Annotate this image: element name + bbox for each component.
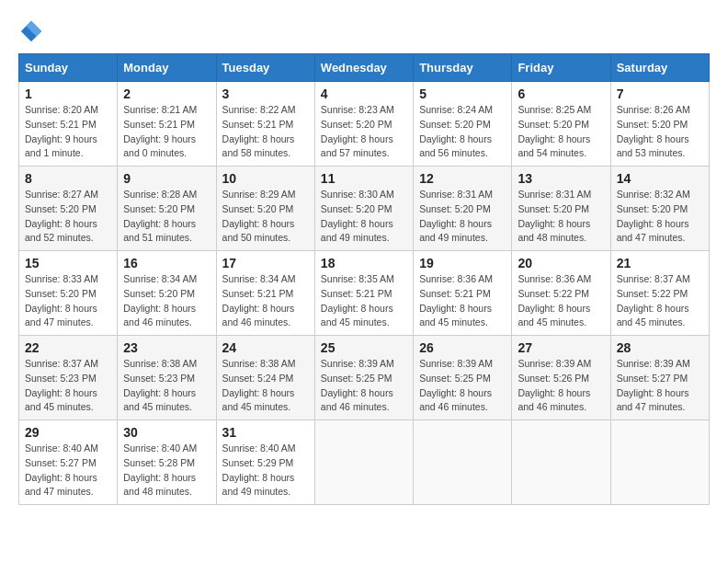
day-number: 29 [25,425,111,440]
day-number: 4 [321,86,407,101]
day-number: 28 [617,340,703,355]
calendar-cell: 13Sunrise: 8:31 AMSunset: 5:20 PMDayligh… [512,167,610,251]
weekday-header-tuesday: Tuesday [216,54,314,82]
calendar-header: SundayMondayTuesdayWednesdayThursdayFrid… [19,54,710,82]
calendar-cell: 12Sunrise: 8:31 AMSunset: 5:20 PMDayligh… [414,167,512,251]
weekday-header-friday: Friday [512,54,610,82]
calendar-cell: 21Sunrise: 8:37 AMSunset: 5:22 PMDayligh… [610,251,709,336]
day-detail: Sunrise: 8:33 AMSunset: 5:20 PMDaylight:… [25,272,111,330]
calendar-cell [414,420,512,505]
day-number: 11 [321,171,407,186]
logo-icon [18,18,44,44]
day-number: 22 [25,340,111,355]
calendar-cell: 4Sunrise: 8:23 AMSunset: 5:20 PMDaylight… [314,82,413,167]
day-number: 18 [321,256,407,270]
calendar-cell: 7Sunrise: 8:26 AMSunset: 5:20 PMDaylight… [610,82,709,167]
calendar-table: SundayMondayTuesdayWednesdayThursdayFrid… [18,53,710,505]
day-detail: Sunrise: 8:20 AMSunset: 5:21 PMDaylight:… [25,103,111,161]
day-number: 3 [222,86,309,101]
day-detail: Sunrise: 8:39 AMSunset: 5:26 PMDaylight:… [518,357,604,415]
day-number: 30 [123,425,210,440]
day-number: 20 [518,256,604,270]
calendar-cell: 10Sunrise: 8:29 AMSunset: 5:20 PMDayligh… [216,167,314,251]
calendar-cell: 22Sunrise: 8:37 AMSunset: 5:23 PMDayligh… [19,336,118,420]
day-number: 7 [617,86,703,101]
day-number: 2 [123,86,210,101]
day-detail: Sunrise: 8:35 AMSunset: 5:21 PMDaylight:… [321,272,407,330]
weekday-header-sunday: Sunday [19,54,118,82]
day-number: 10 [222,171,309,186]
day-number: 19 [419,256,506,270]
day-detail: Sunrise: 8:29 AMSunset: 5:20 PMDaylight:… [222,188,309,246]
calendar-cell: 24Sunrise: 8:38 AMSunset: 5:24 PMDayligh… [216,336,314,420]
calendar-cell: 25Sunrise: 8:39 AMSunset: 5:25 PMDayligh… [314,336,413,420]
calendar-cell: 11Sunrise: 8:30 AMSunset: 5:20 PMDayligh… [314,167,413,251]
calendar-body: 1Sunrise: 8:20 AMSunset: 5:21 PMDaylight… [19,82,710,505]
calendar-week-2: 8Sunrise: 8:27 AMSunset: 5:20 PMDaylight… [19,167,710,251]
day-number: 21 [617,256,703,270]
day-number: 6 [518,86,604,101]
day-detail: Sunrise: 8:22 AMSunset: 5:21 PMDaylight:… [222,103,309,161]
calendar-cell: 17Sunrise: 8:34 AMSunset: 5:21 PMDayligh… [216,251,314,336]
day-detail: Sunrise: 8:34 AMSunset: 5:20 PMDaylight:… [123,272,210,330]
calendar-cell: 18Sunrise: 8:35 AMSunset: 5:21 PMDayligh… [314,251,413,336]
day-detail: Sunrise: 8:36 AMSunset: 5:22 PMDaylight:… [518,272,604,330]
day-detail: Sunrise: 8:40 AMSunset: 5:29 PMDaylight:… [222,442,309,500]
day-detail: Sunrise: 8:39 AMSunset: 5:25 PMDaylight:… [419,357,506,415]
calendar-cell: 20Sunrise: 8:36 AMSunset: 5:22 PMDayligh… [512,251,610,336]
day-detail: Sunrise: 8:36 AMSunset: 5:21 PMDaylight:… [419,272,506,330]
day-detail: Sunrise: 8:27 AMSunset: 5:20 PMDaylight:… [25,188,111,246]
day-number: 5 [419,86,506,101]
calendar-cell: 8Sunrise: 8:27 AMSunset: 5:20 PMDaylight… [19,167,118,251]
day-detail: Sunrise: 8:37 AMSunset: 5:22 PMDaylight:… [617,272,703,330]
day-detail: Sunrise: 8:21 AMSunset: 5:21 PMDaylight:… [123,103,210,161]
calendar-cell: 28Sunrise: 8:39 AMSunset: 5:27 PMDayligh… [610,336,709,420]
day-number: 8 [25,171,111,186]
day-detail: Sunrise: 8:30 AMSunset: 5:20 PMDaylight:… [321,188,407,246]
day-detail: Sunrise: 8:26 AMSunset: 5:20 PMDaylight:… [617,103,703,161]
day-number: 24 [222,340,309,355]
day-detail: Sunrise: 8:31 AMSunset: 5:20 PMDaylight:… [419,188,506,246]
day-number: 23 [123,340,210,355]
weekday-header-thursday: Thursday [414,54,512,82]
calendar-week-3: 15Sunrise: 8:33 AMSunset: 5:20 PMDayligh… [19,251,710,336]
day-detail: Sunrise: 8:28 AMSunset: 5:20 PMDaylight:… [123,188,210,246]
day-number: 27 [518,340,604,355]
day-detail: Sunrise: 8:31 AMSunset: 5:20 PMDaylight:… [518,188,604,246]
weekday-row: SundayMondayTuesdayWednesdayThursdayFrid… [19,54,710,82]
day-detail: Sunrise: 8:38 AMSunset: 5:23 PMDaylight:… [123,357,210,415]
calendar-cell: 19Sunrise: 8:36 AMSunset: 5:21 PMDayligh… [414,251,512,336]
day-detail: Sunrise: 8:39 AMSunset: 5:27 PMDaylight:… [617,357,703,415]
calendar-cell: 23Sunrise: 8:38 AMSunset: 5:23 PMDayligh… [118,336,216,420]
day-detail: Sunrise: 8:32 AMSunset: 5:20 PMDaylight:… [617,188,703,246]
calendar-cell: 14Sunrise: 8:32 AMSunset: 5:20 PMDayligh… [610,167,709,251]
calendar-cell: 2Sunrise: 8:21 AMSunset: 5:21 PMDaylight… [118,82,216,167]
day-number: 1 [25,86,111,101]
day-detail: Sunrise: 8:24 AMSunset: 5:20 PMDaylight:… [419,103,506,161]
calendar-cell: 6Sunrise: 8:25 AMSunset: 5:20 PMDaylight… [512,82,610,167]
page-header [18,18,710,44]
day-number: 12 [419,171,506,186]
day-detail: Sunrise: 8:40 AMSunset: 5:27 PMDaylight:… [25,442,111,500]
calendar-cell: 31Sunrise: 8:40 AMSunset: 5:29 PMDayligh… [216,420,314,505]
calendar-cell: 5Sunrise: 8:24 AMSunset: 5:20 PMDaylight… [414,82,512,167]
weekday-header-saturday: Saturday [610,54,709,82]
day-number: 31 [222,425,309,440]
calendar-cell [512,420,610,505]
calendar-cell: 27Sunrise: 8:39 AMSunset: 5:26 PMDayligh… [512,336,610,420]
calendar-cell [314,420,413,505]
calendar-cell: 1Sunrise: 8:20 AMSunset: 5:21 PMDaylight… [19,82,118,167]
calendar-cell: 3Sunrise: 8:22 AMSunset: 5:21 PMDaylight… [216,82,314,167]
day-detail: Sunrise: 8:40 AMSunset: 5:28 PMDaylight:… [123,442,210,500]
calendar-week-1: 1Sunrise: 8:20 AMSunset: 5:21 PMDaylight… [19,82,710,167]
weekday-header-wednesday: Wednesday [314,54,413,82]
day-detail: Sunrise: 8:34 AMSunset: 5:21 PMDaylight:… [222,272,309,330]
day-number: 14 [617,171,703,186]
day-detail: Sunrise: 8:38 AMSunset: 5:24 PMDaylight:… [222,357,309,415]
calendar-cell: 29Sunrise: 8:40 AMSunset: 5:27 PMDayligh… [19,420,118,505]
day-number: 13 [518,171,604,186]
day-number: 15 [25,256,111,270]
day-detail: Sunrise: 8:25 AMSunset: 5:20 PMDaylight:… [518,103,604,161]
calendar-cell: 15Sunrise: 8:33 AMSunset: 5:20 PMDayligh… [19,251,118,336]
day-number: 17 [222,256,309,270]
